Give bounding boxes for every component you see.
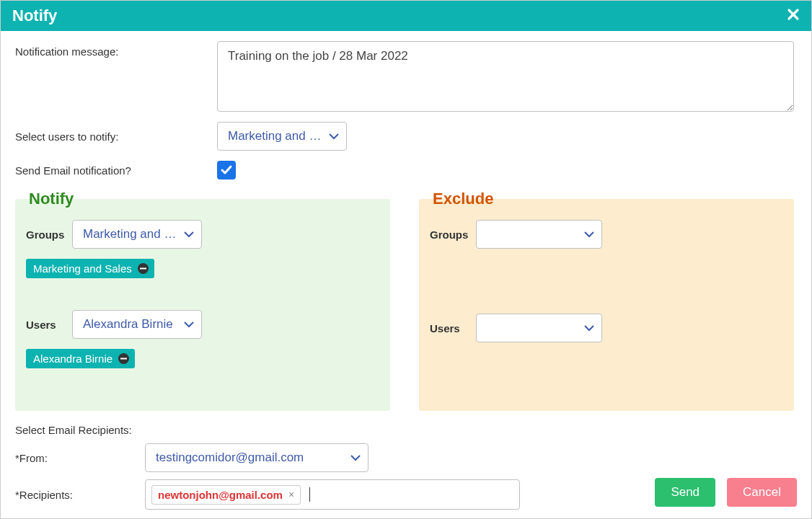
notify-users-tag-text: Alexandra Birnie [33, 352, 112, 365]
send-email-row: Send Email notification? [15, 161, 794, 179]
notify-groups-dropdown[interactable]: Marketing and … [72, 220, 202, 249]
send-button[interactable]: Send [655, 478, 715, 507]
email-from-dropdown[interactable]: testingcomidor@gmail.com [145, 443, 369, 472]
exclude-groups-label: Groups [430, 229, 476, 241]
text-cursor [309, 487, 310, 502]
remove-icon[interactable]: × [288, 489, 294, 500]
notify-groups-row: Groups Marketing and … [26, 220, 379, 249]
notify-modal: Notify Notification message: Select user… [0, 0, 812, 519]
notify-users-value: Alexandra Birnie [83, 317, 173, 332]
notify-groups-tag: Marketing and Sales [26, 259, 154, 278]
notify-fieldset: Notify Groups Marketing and … Marketing … [15, 190, 390, 411]
exclude-users-dropdown[interactable] [476, 314, 602, 342]
exclude-legend: Exclude [430, 190, 496, 208]
exclude-fieldset: Exclude Groups Users [419, 190, 794, 411]
modal-body: Notification message: Select users to no… [1, 31, 811, 518]
notification-message-input[interactable] [217, 41, 794, 112]
select-users-dropdown[interactable]: Marketing and … [217, 122, 347, 151]
notify-users-dropdown[interactable]: Alexandra Birnie [72, 310, 202, 339]
recipient-tag: newtonjohn@gmail.com × [151, 485, 301, 505]
select-users-row: Select users to notify: Marketing and … [15, 122, 794, 151]
remove-icon[interactable] [138, 263, 149, 274]
modal-footer: Send Cancel [655, 478, 797, 507]
cancel-button[interactable]: Cancel [727, 478, 797, 507]
notification-message-row: Notification message: [15, 41, 794, 112]
notify-legend: Notify [26, 190, 76, 208]
chevron-down-icon [584, 231, 594, 238]
notify-groups-value: Marketing and … [83, 227, 176, 241]
email-from-label: *From: [15, 452, 145, 464]
chevron-down-icon [350, 454, 361, 461]
modal-title: Notify [12, 6, 57, 25]
svg-rect-1 [120, 358, 127, 360]
notify-groups-label: Groups [26, 229, 72, 241]
exclude-groups-row: Groups [430, 220, 783, 249]
email-from-value: testingcomidor@gmail.com [156, 451, 304, 465]
notify-users-row: Users Alexandra Birnie [26, 310, 379, 339]
remove-icon[interactable] [118, 353, 129, 364]
chevron-down-icon [184, 231, 194, 238]
send-email-checkbox[interactable] [217, 161, 236, 179]
exclude-users-row: Users [430, 314, 783, 342]
notification-message-label: Notification message: [15, 41, 217, 58]
modal-header: Notify [1, 1, 811, 31]
exclude-groups-dropdown[interactable] [476, 220, 602, 249]
notify-users-label: Users [26, 319, 72, 331]
send-email-label: Send Email notification? [15, 164, 217, 177]
chevron-down-icon [184, 321, 194, 328]
email-recipients-label: *Recipients: [15, 489, 145, 501]
notify-groups-tag-text: Marketing and Sales [33, 262, 132, 275]
notify-exclude-columns: Notify Groups Marketing and … Marketing … [15, 190, 794, 411]
email-section-label: Select Email Recipients: [15, 424, 794, 436]
select-users-value: Marketing and … [228, 129, 321, 143]
recipient-tag-text: newtonjohn@gmail.com [158, 489, 283, 501]
email-from-row: *From: testingcomidor@gmail.com [15, 443, 794, 472]
chevron-down-icon [584, 324, 594, 332]
chevron-down-icon [329, 133, 339, 140]
select-users-label: Select users to notify: [15, 130, 217, 143]
recipients-input[interactable]: newtonjohn@gmail.com × [145, 479, 520, 510]
notify-users-tag: Alexandra Birnie [26, 349, 135, 368]
exclude-users-label: Users [430, 322, 476, 334]
svg-rect-0 [140, 268, 146, 270]
close-icon[interactable] [787, 6, 800, 25]
